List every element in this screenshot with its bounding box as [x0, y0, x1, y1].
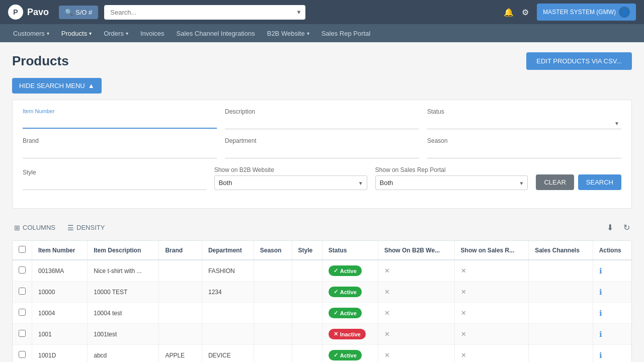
cell-season	[254, 345, 292, 363]
cell-item-number: 1001D	[32, 345, 88, 363]
status-icon: ✓	[334, 310, 338, 316]
density-button[interactable]: ☰ DENSITY	[65, 222, 107, 234]
status-icon: ✓	[334, 289, 338, 295]
b2b-x-icon: ✕	[384, 351, 390, 359]
cell-status: ✕ Inactive	[322, 324, 378, 345]
row-checkbox-cell	[13, 260, 32, 282]
nav-item-sales-rep[interactable]: Sales Rep Portal	[316, 26, 376, 41]
top-navigation: P Pavo 🔍 S/O # ▼ 🔔 ⚙ MASTER SYSTEM (GMW)…	[0, 0, 644, 24]
b2b-x-icon: ✕	[384, 309, 390, 317]
col-status: Status	[322, 241, 378, 260]
col-style: Style	[292, 241, 322, 260]
row-checkbox-cell	[13, 345, 32, 363]
status-icon: ✕	[334, 331, 338, 337]
sales-rep-select[interactable]: Both Yes No	[375, 175, 528, 190]
search-row-1: Item Number Description Status Active In…	[23, 108, 621, 129]
hide-search-menu-button[interactable]: HIDE SEARCH MENU ▲	[12, 78, 102, 94]
row-checkbox[interactable]	[19, 330, 26, 337]
page-content: Products EDIT PRODUCTS VIA CSV... HIDE S…	[0, 42, 644, 362]
info-icon[interactable]: ℹ	[599, 266, 602, 275]
nav-item-sales-channel[interactable]: Sales Channel Integrations	[172, 26, 260, 41]
cell-sales-rep: ✕	[454, 282, 529, 303]
sales-rep-dropdown: Show on Sales Rep Portal Both Yes No ▼	[375, 166, 528, 190]
status-select[interactable]: Active Inactive	[427, 117, 621, 129]
row-checkbox[interactable]	[19, 351, 26, 358]
department-label: Department	[225, 137, 419, 144]
item-number-field: Item Number	[23, 108, 217, 129]
b2b-x-icon: ✕	[384, 267, 390, 275]
gear-icon[interactable]: ⚙	[522, 8, 529, 17]
b2b-select[interactable]: Both Yes No	[214, 175, 367, 190]
user-button[interactable]: MASTER SYSTEM (GMW) 👤	[537, 4, 636, 21]
cell-item-number: 10004	[32, 303, 88, 324]
row-checkbox[interactable]	[19, 309, 26, 316]
user-label: MASTER SYSTEM (GMW)	[543, 9, 616, 16]
style-label: Style	[23, 169, 206, 176]
row-checkbox[interactable]	[19, 266, 26, 274]
style-input[interactable]	[23, 178, 206, 190]
nav-item-invoices[interactable]: Invoices	[135, 26, 170, 41]
sales-rep-label: Show on Sales Rep Portal	[375, 166, 528, 173]
brand-input[interactable]	[23, 146, 217, 158]
nav-item-orders[interactable]: Orders ▾	[99, 26, 133, 41]
bell-icon[interactable]: 🔔	[504, 8, 514, 17]
refresh-icon: ↻	[623, 223, 630, 232]
cell-sales-channels	[529, 303, 593, 324]
global-search-input[interactable]	[104, 5, 305, 20]
row-checkbox[interactable]	[19, 288, 26, 295]
col-b2b: Show On B2B We...	[378, 241, 454, 260]
b2b-select-wrapper: Both Yes No ▼	[214, 175, 367, 190]
chevron-down-icon: ▾	[126, 31, 128, 36]
info-icon[interactable]: ℹ	[599, 288, 602, 296]
nav-item-products[interactable]: Products ▾	[56, 26, 97, 41]
col-brand: Brand	[159, 241, 202, 260]
edit-csv-button[interactable]: EDIT PRODUCTS VIA CSV...	[526, 52, 632, 70]
col-actions: Actions	[593, 241, 631, 260]
row-checkbox-cell	[13, 324, 32, 345]
cell-style	[292, 260, 322, 282]
clear-button[interactable]: CLEAR	[536, 174, 574, 190]
so-button[interactable]: 🔍 S/O #	[59, 6, 98, 19]
cell-style	[292, 324, 322, 345]
cell-sales-channels	[529, 345, 593, 363]
table-row: 1001 1001test ✕ Inactive ✕ ✕ ℹ	[13, 324, 631, 345]
data-table-wrapper: Item Number Item Description Brand Depar…	[12, 240, 632, 362]
table-row: 1001D abcd APPLE DEVICE ✓ Active ✕ ✕ ℹ	[13, 345, 631, 363]
status-badge: ✓ Active	[329, 350, 362, 360]
description-label: Description	[225, 108, 419, 115]
page-title: Products	[12, 53, 69, 69]
b2b-x-icon: ✕	[384, 330, 390, 338]
select-all-checkbox[interactable]	[19, 246, 26, 253]
search-icon: 🔍	[65, 9, 73, 16]
nav-item-customers[interactable]: Customers ▾	[8, 26, 54, 41]
season-input[interactable]	[427, 146, 621, 158]
info-icon[interactable]: ℹ	[599, 330, 602, 338]
info-icon[interactable]: ℹ	[599, 351, 602, 359]
sales-rep-x-icon: ✕	[461, 267, 466, 275]
columns-button[interactable]: ⊞ COLUMNS	[12, 222, 57, 234]
cell-department: DEVICE	[202, 345, 254, 363]
download-button[interactable]: ⬇	[605, 221, 615, 234]
department-input[interactable]	[225, 146, 419, 158]
item-number-input[interactable]	[23, 116, 217, 129]
cell-brand	[159, 260, 202, 282]
cell-b2b: ✕	[378, 345, 454, 363]
search-button[interactable]: SEARCH	[578, 174, 621, 190]
cell-department	[202, 303, 254, 324]
cell-sales-rep: ✕	[454, 260, 529, 282]
search-row-2: Brand Department Season	[23, 137, 621, 158]
app-name: Pavo	[27, 7, 49, 18]
cell-sales-rep: ✕	[454, 345, 529, 363]
nav-item-b2b[interactable]: B2B Website ▾	[262, 26, 314, 41]
cell-item-number: 10000	[32, 282, 88, 303]
sales-rep-x-icon: ✕	[461, 330, 466, 338]
table-controls-right: ⬇ ↻	[605, 221, 632, 234]
table-body: 00136MA Nice t-shirt with ... FASHION ✓ …	[13, 260, 631, 362]
cell-description: 10000 TEST	[88, 282, 159, 303]
refresh-button[interactable]: ↻	[621, 221, 632, 234]
info-icon[interactable]: ℹ	[599, 309, 602, 317]
description-input[interactable]	[225, 117, 419, 129]
row-checkbox-cell	[13, 282, 32, 303]
cell-sales-rep: ✕	[454, 303, 529, 324]
cell-item-number: 00136MA	[32, 260, 88, 282]
